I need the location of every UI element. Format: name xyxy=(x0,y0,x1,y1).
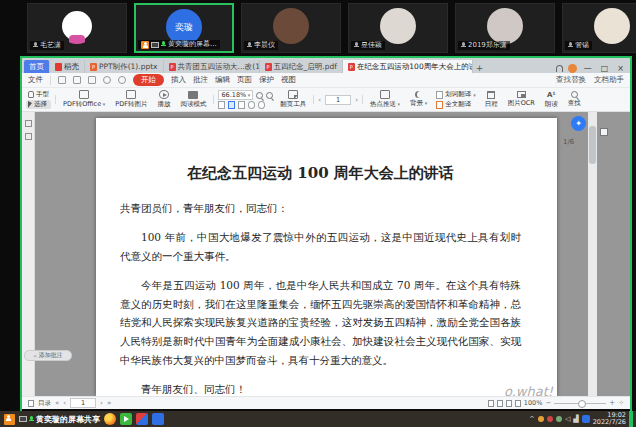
new-tab-button[interactable]: + xyxy=(476,63,484,73)
double-page-icon[interactable] xyxy=(238,101,245,109)
rotate-right-icon[interactable] xyxy=(258,101,265,109)
account-avatar[interactable] xyxy=(568,64,577,73)
participant-tile[interactable]: 李晨仪 xyxy=(241,3,341,53)
first-page-icon[interactable]: « xyxy=(55,399,59,407)
minimize-button[interactable]: — xyxy=(582,64,594,73)
find-button[interactable]: 查找 xyxy=(565,91,584,108)
zoom-in-icon[interactable] xyxy=(266,92,273,99)
single-page-icon[interactable] xyxy=(218,101,225,109)
input-method-icon[interactable] xyxy=(582,415,590,423)
hand-tool-button[interactable]: 手型 xyxy=(26,90,51,99)
tray-app-icon[interactable] xyxy=(556,416,562,422)
wps-app-icon[interactable] xyxy=(136,413,148,425)
tray-app-icon[interactable] xyxy=(547,416,553,422)
ribbon-tab-edit[interactable]: 编辑 xyxy=(215,75,230,85)
participant-tile[interactable]: 毛艺潇 xyxy=(27,3,127,53)
image-ocr-button[interactable]: 图片OCR xyxy=(505,91,538,108)
open-icon[interactable] xyxy=(58,76,66,84)
divider xyxy=(213,95,214,104)
next-page-icon[interactable]: › xyxy=(100,399,103,407)
zoom-slider[interactable] xyxy=(554,403,606,404)
ribbon-tab-page[interactable]: 页面 xyxy=(237,75,252,85)
tab-document-active[interactable]: P在纪念五四运动100周年大会上的讲话.pdf× xyxy=(343,60,473,73)
status-page-input[interactable]: 1 xyxy=(70,398,96,408)
participant-tile[interactable]: 昱佳颖 xyxy=(348,3,448,53)
previous-page-icon[interactable]: ‹ xyxy=(318,96,321,104)
print-icon[interactable] xyxy=(88,76,96,84)
hot-push-icon xyxy=(380,90,390,99)
clock[interactable]: 19:02 2022/7/26 xyxy=(593,412,632,427)
pdf-to-image-button[interactable]: PDF转图片 xyxy=(112,90,150,109)
volume-icon[interactable]: ◁ xyxy=(565,415,570,423)
network-icon[interactable]: ▟ xyxy=(573,415,578,423)
read-aloud-button[interactable]: A¹朗读 xyxy=(542,91,561,109)
pdf-to-office-button[interactable]: PDF转Office ▾ xyxy=(60,90,108,109)
zoom-in-icon[interactable]: + xyxy=(609,399,615,407)
rotate-left-icon[interactable] xyxy=(248,101,255,109)
wps-assistant-button[interactable]: ✦ xyxy=(571,116,586,131)
bookmark-panel-icon[interactable] xyxy=(25,133,32,140)
doc-assistant-button[interactable]: 文档助手 xyxy=(594,75,624,85)
zoom-out-icon[interactable]: − xyxy=(545,399,551,407)
close-button[interactable]: × xyxy=(615,64,626,73)
fullscreen-icon[interactable]: ⁘ xyxy=(618,399,624,407)
redo-icon[interactable] xyxy=(118,76,126,84)
browser-app-icon[interactable] xyxy=(104,413,116,425)
tab-document-1[interactable]: PPPT制作(1).pptx xyxy=(85,60,164,73)
word-translate-button[interactable]: 划词翻译▾ xyxy=(434,90,478,99)
background-button[interactable]: 背景 ▾ xyxy=(407,91,430,108)
zoom-out-icon[interactable] xyxy=(256,92,263,99)
thumbnail-panel-icon[interactable] xyxy=(25,120,32,127)
find-replace-button[interactable]: 查找替换 xyxy=(556,75,586,85)
ribbon-tab-protect[interactable]: 保护 xyxy=(259,75,274,85)
meeting-app-icon[interactable] xyxy=(4,414,15,425)
save-icon[interactable] xyxy=(73,76,81,84)
vertical-scrollbar[interactable] xyxy=(588,112,597,396)
file-menu[interactable]: 文件 xyxy=(28,75,43,85)
fit-width-icon[interactable] xyxy=(600,128,608,136)
tab-document-3[interactable]: P五四纪念_启明.pdf xyxy=(260,60,343,73)
select-tool-button[interactable]: 选择 xyxy=(26,100,51,109)
next-page-icon[interactable]: › xyxy=(355,96,358,104)
ribbon-tab-start[interactable]: 开始 xyxy=(133,74,164,86)
full-translate-button[interactable]: 全文翻译 xyxy=(434,100,478,109)
pinned-app-icon[interactable] xyxy=(152,413,164,425)
ribbon-tab-insert[interactable]: 插入 xyxy=(171,75,186,85)
toc-button[interactable]: 目录 xyxy=(38,399,51,408)
play-button[interactable]: 播放 xyxy=(154,90,173,109)
participant-tile[interactable]: 2019郑乐潇 xyxy=(455,3,555,53)
ribbon-tab-comment[interactable]: 批注 xyxy=(193,75,208,85)
document-viewport[interactable]: 在纪念五四运动 100 周年大会上的讲话 共青团员们，青年朋友们，同志们： 10… xyxy=(22,112,630,396)
page-tools-button[interactable]: 翻页工具 xyxy=(277,90,309,109)
read-mode-button[interactable]: 阅读模式 xyxy=(177,91,209,109)
ribbon-tab-view[interactable]: 视图 xyxy=(281,75,296,85)
tray-expand-icon[interactable]: ^ xyxy=(529,415,535,423)
page-number-input[interactable] xyxy=(325,95,351,105)
participant-tile[interactable]: 管锡 xyxy=(562,3,636,53)
single-page-view-icon[interactable] xyxy=(506,400,512,407)
tab-docer[interactable]: 稻壳 xyxy=(50,60,85,73)
hot-push-button[interactable]: 热点推送 ▾ xyxy=(367,90,403,109)
double-page-view-icon[interactable] xyxy=(515,400,521,407)
maximize-button[interactable]: □ xyxy=(599,64,611,73)
participant-tile-sharing[interactable]: 奕璇 黄奕璇的屏幕... xyxy=(134,3,234,53)
tab-home[interactable]: 首页 xyxy=(24,60,50,73)
mic-icon xyxy=(568,42,573,49)
zoom-level-dropdown[interactable]: 66.18% ▾ xyxy=(218,90,253,100)
media-player-app-icon[interactable] xyxy=(120,413,132,425)
previous-page-icon[interactable]: ‹ xyxy=(63,399,66,407)
tab-document-2[interactable]: P共青团五四运动大...改(1).pdf xyxy=(164,60,260,73)
scrollbar-thumb[interactable] xyxy=(589,126,596,164)
schedule-button[interactable]: 日程 xyxy=(482,91,501,109)
undo-icon[interactable] xyxy=(103,76,111,84)
last-page-icon[interactable]: » xyxy=(107,399,111,407)
tray-app-icon[interactable] xyxy=(538,416,544,422)
continuous-page-icon[interactable] xyxy=(228,101,235,109)
status-zoom-level[interactable]: 100% xyxy=(524,399,543,407)
screen-share-banner[interactable]: 黄奕璇的屏幕共享 xyxy=(19,414,100,425)
toc-icon[interactable] xyxy=(28,400,34,407)
select-tool-icon[interactable] xyxy=(497,400,503,407)
hand-tool-icon[interactable] xyxy=(488,400,494,407)
add-annotation-pill[interactable]: «添加批注 xyxy=(24,350,72,361)
notification-bell-icon[interactable] xyxy=(556,65,563,72)
